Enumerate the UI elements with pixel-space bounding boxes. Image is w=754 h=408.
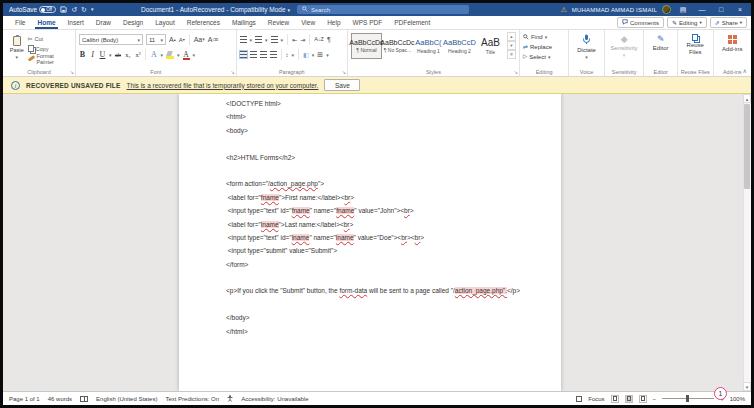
style-title[interactable]: AaBTitle	[475, 33, 506, 59]
italic-icon[interactable]: I	[89, 50, 96, 59]
read-mode-icon[interactable]	[611, 395, 619, 403]
collapse-ribbon-icon[interactable]: ∧	[743, 67, 747, 74]
select-button[interactable]: ▷ Select▾	[523, 52, 565, 62]
tab-wps-pdf[interactable]: WPS PDF	[347, 16, 389, 29]
qat-more-icon[interactable]: ▾	[91, 7, 94, 12]
highlight-color-icon[interactable]	[166, 51, 174, 59]
tab-help[interactable]: Help	[321, 16, 346, 29]
close-button[interactable]: ×	[733, 6, 747, 13]
addins-button[interactable]: Add-ins	[717, 32, 749, 52]
zoom-slider[interactable]	[662, 398, 714, 399]
clear-formatting-icon[interactable]: A⌫	[208, 36, 218, 43]
justify-icon[interactable]	[270, 51, 277, 58]
strikethrough-icon[interactable]: ab	[114, 51, 121, 58]
tab-home[interactable]: Home	[31, 16, 61, 29]
cut-button[interactable]: ✂Cut	[28, 34, 72, 43]
numbering-icon[interactable]	[255, 36, 262, 43]
paragraph-dialog-launcher[interactable]: ↘	[342, 70, 346, 75]
style-normal[interactable]: AaBbCcDc¶ Normal	[351, 33, 382, 59]
line-spacing-menu-icon[interactable]: ▾	[292, 52, 295, 58]
underline-icon[interactable]: U	[99, 50, 106, 59]
word-count[interactable]: 46 words	[48, 396, 72, 402]
font-family-select[interactable]: Calibri (Body)▾	[79, 34, 143, 45]
superscript-icon[interactable]: x²	[134, 51, 141, 58]
tab-design[interactable]: Design	[117, 16, 149, 29]
editing-mode-button[interactable]: ✎ Editing ▾	[667, 17, 707, 28]
underline-menu-icon[interactable]: ▾	[109, 52, 112, 58]
style-heading-1[interactable]: AaBbC(Heading 1	[413, 33, 444, 59]
language-indicator[interactable]: English (United States)	[96, 396, 157, 402]
recovered-message-link[interactable]: This is a recovered file that is tempora…	[127, 82, 319, 89]
styles-dialog-launcher[interactable]: ↘	[514, 70, 518, 75]
minimize-button[interactable]: —	[695, 6, 709, 13]
find-button[interactable]: Find▾	[523, 32, 565, 42]
zoom-level[interactable]: 100%	[730, 396, 745, 402]
paste-button[interactable]: Paste ▾	[6, 32, 28, 63]
align-left-icon[interactable]	[240, 51, 247, 58]
vertical-scrollbar[interactable]: ▴ ▾	[743, 94, 751, 391]
format-painter-button[interactable]: Format Painter	[28, 54, 72, 63]
text-effects-menu-icon[interactable]: ▾	[160, 52, 163, 58]
styles-scroll-down-icon[interactable]: ▾	[507, 41, 516, 50]
account-warning-icon[interactable]: ⚠	[561, 6, 567, 13]
numbering-menu-icon[interactable]: ▾	[265, 37, 268, 43]
search-input[interactable]: Search	[297, 5, 469, 14]
highlight-menu-icon[interactable]: ▾	[177, 52, 180, 58]
avatar[interactable]	[662, 5, 671, 14]
font-size-select[interactable]: 11▾	[146, 34, 166, 45]
web-layout-icon[interactable]	[639, 395, 647, 403]
text-predictions[interactable]: Text Predictions: On	[165, 396, 219, 402]
font-color-menu-icon[interactable]: ▾	[193, 52, 196, 58]
scrollbar-thumb[interactable]	[744, 104, 750, 189]
tab-review[interactable]: Review	[262, 16, 295, 29]
tab-references[interactable]: References	[181, 16, 226, 29]
accessibility-status[interactable]: Accessibility: Unavailable	[241, 396, 308, 402]
align-center-icon[interactable]	[250, 51, 257, 58]
borders-menu-icon[interactable]: ▾	[326, 52, 329, 58]
comments-button[interactable]: Comments	[617, 17, 664, 28]
recover-save-button[interactable]: Save	[324, 79, 360, 91]
shading-icon[interactable]: ◧	[303, 52, 309, 58]
multilevel-menu-icon[interactable]: ▾	[281, 37, 284, 43]
subscript-icon[interactable]: x₂	[124, 51, 131, 58]
decrease-indent-icon[interactable]: ⇤	[292, 37, 297, 43]
editor-button[interactable]: ✎ Editor	[647, 32, 674, 51]
redo-icon[interactable]: ↻	[81, 6, 87, 13]
maximize-button[interactable]: □	[714, 6, 728, 13]
focus-button[interactable]: Focus	[588, 396, 604, 402]
borders-icon[interactable]: ⊞	[317, 51, 323, 58]
tab-pdfelement[interactable]: PDFelement	[388, 16, 436, 29]
zoom-slider-thumb[interactable]	[686, 395, 689, 402]
tab-layout[interactable]: Layout	[149, 16, 181, 29]
tab-draw[interactable]: Draw	[90, 16, 117, 29]
bold-icon[interactable]: B	[79, 50, 86, 59]
ribbon-display-options-icon[interactable]: ▤	[676, 6, 690, 14]
replace-button[interactable]: ⇄ Replace	[523, 42, 565, 52]
document-page[interactable]: <!DOCTYPE html><html><body> <h2>HTML For…	[179, 94, 561, 391]
line-spacing-icon[interactable]: ↕	[286, 52, 289, 58]
autosave-toggle[interactable]: AutoSave Off	[9, 6, 56, 13]
styles-more-icon[interactable]: ≡	[507, 50, 516, 59]
sort-icon[interactable]: A↓Z	[314, 37, 324, 43]
grow-font-icon[interactable]: A▴	[169, 36, 176, 43]
bullets-icon[interactable]	[240, 36, 247, 43]
scroll-down-icon[interactable]: ▾	[743, 382, 751, 391]
font-dialog-launcher[interactable]: ↘	[230, 70, 234, 75]
style-no-spac[interactable]: AaBbCcDc¶ No Spac...	[382, 33, 413, 59]
increase-indent-icon[interactable]: ⇥	[300, 37, 305, 43]
undo-icon[interactable]: ↺	[71, 6, 77, 13]
shading-menu-icon[interactable]: ▾	[312, 52, 315, 58]
tab-mailings[interactable]: Mailings	[226, 16, 262, 29]
scroll-up-icon[interactable]: ▴	[743, 94, 751, 103]
title-chevron-icon[interactable]: ▾	[288, 7, 291, 13]
style-heading-2[interactable]: AaBbCcDHeading 2	[444, 33, 475, 59]
text-effects-icon[interactable]: A	[150, 50, 157, 59]
font-color-icon[interactable]: A	[183, 50, 190, 59]
print-layout-icon[interactable]	[625, 395, 633, 403]
reuse-files-button[interactable]: Reuse Files	[681, 32, 710, 55]
tab-file[interactable]: File	[9, 16, 31, 29]
tab-view[interactable]: View	[295, 16, 321, 29]
dictate-button[interactable]: Dictate ▾	[572, 32, 601, 60]
show-formatting-icon[interactable]: ¶	[327, 36, 331, 43]
tab-insert[interactable]: Insert	[62, 16, 90, 29]
